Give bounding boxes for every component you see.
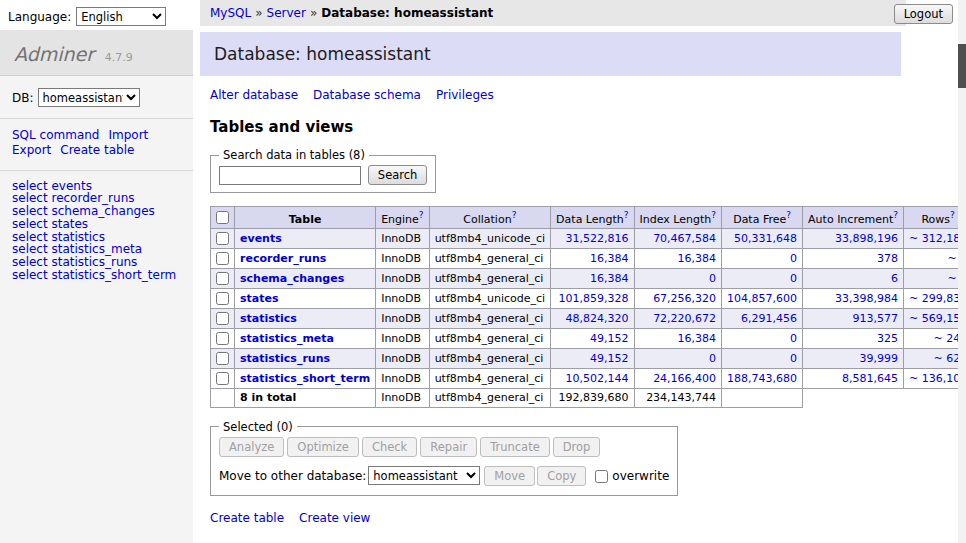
data-free-link[interactable]: 0 bbox=[790, 332, 797, 345]
table-name-link[interactable]: statistics_runs bbox=[240, 352, 330, 365]
selected-action-button[interactable]: Check bbox=[362, 437, 417, 457]
breadcrumb-separator: » bbox=[310, 6, 317, 20]
data-free-link[interactable]: 0 bbox=[790, 252, 797, 265]
auto-increment-link[interactable]: 325 bbox=[877, 332, 898, 345]
row-checkbox[interactable] bbox=[216, 232, 229, 245]
auto-increment-link[interactable]: 913,577 bbox=[853, 312, 899, 325]
data-free-link[interactable]: 104,857,600 bbox=[727, 292, 797, 305]
index-length-link[interactable]: 0 bbox=[709, 352, 716, 365]
auto-increment-link[interactable]: 33,398,984 bbox=[835, 292, 898, 305]
breadcrumb-mysql-link[interactable]: MySQL bbox=[210, 6, 251, 20]
row-select-cell bbox=[211, 308, 235, 328]
column-help-link[interactable]: ? bbox=[893, 210, 898, 220]
sidebar-table-link[interactable]: select schema_changes bbox=[12, 205, 181, 218]
row-checkbox[interactable] bbox=[216, 352, 229, 365]
data-free-link[interactable]: 50,331,648 bbox=[734, 232, 797, 245]
total-label: 8 in total bbox=[235, 388, 376, 407]
data-length-link[interactable]: 49,152 bbox=[590, 332, 629, 345]
row-checkbox[interactable] bbox=[216, 372, 229, 385]
move-db-select[interactable]: homeassistant bbox=[368, 466, 480, 485]
sidebar-table-link[interactable]: select statistics_short_term bbox=[12, 269, 181, 282]
create-link[interactable]: Create view bbox=[299, 511, 370, 525]
row-checkbox[interactable] bbox=[216, 292, 229, 305]
selected-action-button[interactable]: Optimize bbox=[287, 437, 359, 457]
search-button[interactable]: Search bbox=[368, 165, 428, 185]
auto-increment-link[interactable]: 33,898,196 bbox=[835, 232, 898, 245]
data-length-link[interactable]: 48,824,320 bbox=[566, 312, 629, 325]
column-header-label: Data Free bbox=[733, 213, 786, 226]
db-action-link[interactable]: Database schema bbox=[313, 88, 421, 102]
selected-action-button[interactable]: Truncate bbox=[480, 437, 550, 457]
auto-increment-cell: 378 bbox=[803, 248, 904, 268]
data-free-link[interactable]: 0 bbox=[790, 352, 797, 365]
table-row: statistics_meta InnoDB utf8mb4_general_c… bbox=[211, 328, 966, 348]
data-length-link[interactable]: 10,502,144 bbox=[566, 372, 629, 385]
table-name-link[interactable]: schema_changes bbox=[240, 272, 344, 285]
column-help-link[interactable]: ? bbox=[624, 210, 629, 220]
index-length-link[interactable]: 16,384 bbox=[678, 252, 717, 265]
scrollbar[interactable] bbox=[958, 0, 966, 543]
auto-increment-link[interactable]: 8,581,645 bbox=[842, 372, 898, 385]
index-length-link[interactable]: 24,166,400 bbox=[653, 372, 716, 385]
row-checkbox[interactable] bbox=[216, 252, 229, 265]
selected-action-button[interactable]: Repair bbox=[420, 437, 477, 457]
db-select[interactable]: homeassistant bbox=[38, 88, 140, 107]
app-title: Adminer 4.7.9 bbox=[0, 30, 193, 76]
auto-increment-link[interactable]: 6 bbox=[891, 272, 898, 285]
auto-increment-link[interactable]: 378 bbox=[877, 252, 898, 265]
sidebar-table-link[interactable]: select states bbox=[12, 218, 181, 231]
data-length-link[interactable]: 16,384 bbox=[590, 252, 629, 265]
table-name-link[interactable]: recorder_runs bbox=[240, 252, 326, 265]
overwrite-checkbox[interactable] bbox=[595, 470, 608, 483]
data-length-link[interactable]: 49,152 bbox=[590, 352, 629, 365]
breadcrumb-server-link[interactable]: Server bbox=[267, 6, 306, 20]
row-checkbox[interactable] bbox=[216, 272, 229, 285]
index-length-link[interactable]: 70,467,584 bbox=[653, 232, 716, 245]
index-length-link[interactable]: 72,220,672 bbox=[653, 312, 716, 325]
table-name-cell: states bbox=[235, 288, 376, 308]
table-name-link[interactable]: statistics_meta bbox=[240, 332, 334, 345]
table-name-link[interactable]: events bbox=[240, 232, 282, 245]
index-length-link[interactable]: 67,256,320 bbox=[653, 292, 716, 305]
language-bar: Language: English bbox=[0, 0, 200, 30]
column-help-link[interactable]: ? bbox=[950, 210, 955, 220]
row-checkbox[interactable] bbox=[216, 312, 229, 325]
data-length-link[interactable]: 101,859,328 bbox=[559, 292, 629, 305]
column-help-link[interactable]: ? bbox=[786, 210, 791, 220]
index-length-link[interactable]: 16,384 bbox=[678, 332, 717, 345]
selected-action-button[interactable]: Drop bbox=[553, 437, 601, 457]
copy-button[interactable]: Copy bbox=[537, 466, 586, 486]
column-help-link[interactable]: ? bbox=[419, 210, 424, 220]
data-free-link[interactable]: 0 bbox=[790, 272, 797, 285]
row-checkbox[interactable] bbox=[216, 332, 229, 345]
index-length-link[interactable]: 0 bbox=[709, 272, 716, 285]
db-action-link[interactable]: Privileges bbox=[436, 88, 494, 102]
selected-action-button[interactable]: Analyze bbox=[219, 437, 284, 457]
sidebar-action-link[interactable]: SQL command bbox=[12, 128, 99, 142]
column-help-link[interactable]: ? bbox=[512, 210, 517, 220]
data-free-link[interactable]: 188,743,680 bbox=[727, 372, 797, 385]
create-link[interactable]: Create table bbox=[210, 511, 284, 525]
logout-button[interactable]: Logout bbox=[894, 4, 953, 24]
table-name-link[interactable]: statistics_short_term bbox=[240, 372, 370, 385]
row-select-cell bbox=[211, 368, 235, 388]
column-help-link[interactable]: ? bbox=[711, 210, 716, 220]
db-action-link[interactable]: Alter database bbox=[210, 88, 298, 102]
table-name-link[interactable]: states bbox=[240, 292, 279, 305]
move-button[interactable]: Move bbox=[484, 466, 535, 486]
scrollbar-thumb[interactable] bbox=[958, 44, 966, 88]
search-input[interactable] bbox=[219, 166, 361, 185]
auto-increment-link[interactable]: 39,999 bbox=[860, 352, 899, 365]
language-select[interactable]: English bbox=[76, 7, 166, 26]
select-all-checkbox[interactable] bbox=[216, 211, 229, 224]
sidebar-table-link[interactable]: select statistics_runs bbox=[12, 256, 181, 269]
sidebar-action-link[interactable]: Create table bbox=[60, 143, 134, 157]
data-length-link[interactable]: 31,522,816 bbox=[566, 232, 629, 245]
sidebar-action-link[interactable]: Import bbox=[108, 128, 148, 142]
data-length-link[interactable]: 16,384 bbox=[590, 272, 629, 285]
data-free-link[interactable]: 6,291,456 bbox=[741, 312, 797, 325]
collation-cell: utf8mb4_general_ci bbox=[429, 268, 550, 288]
sidebar-action-link[interactable]: Export bbox=[12, 143, 51, 157]
db-action-links: Alter databaseDatabase schemaPrivileges bbox=[210, 88, 958, 102]
table-name-link[interactable]: statistics bbox=[240, 312, 297, 325]
